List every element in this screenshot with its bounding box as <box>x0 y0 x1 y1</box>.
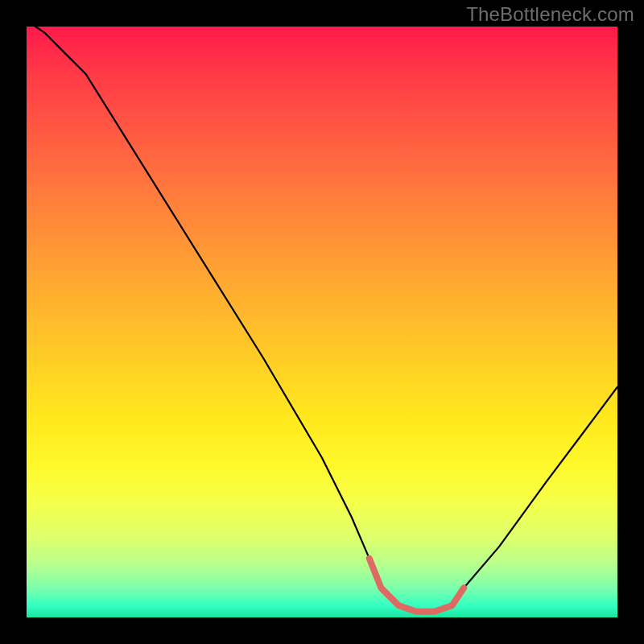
plot-area <box>27 27 617 617</box>
bottleneck-curve-path <box>27 27 617 612</box>
chart-lines <box>27 27 617 617</box>
chart-container: TheBottleneck.com <box>0 0 644 644</box>
attribution-label: TheBottleneck.com <box>466 3 634 26</box>
highlight-segment-path <box>369 559 464 612</box>
